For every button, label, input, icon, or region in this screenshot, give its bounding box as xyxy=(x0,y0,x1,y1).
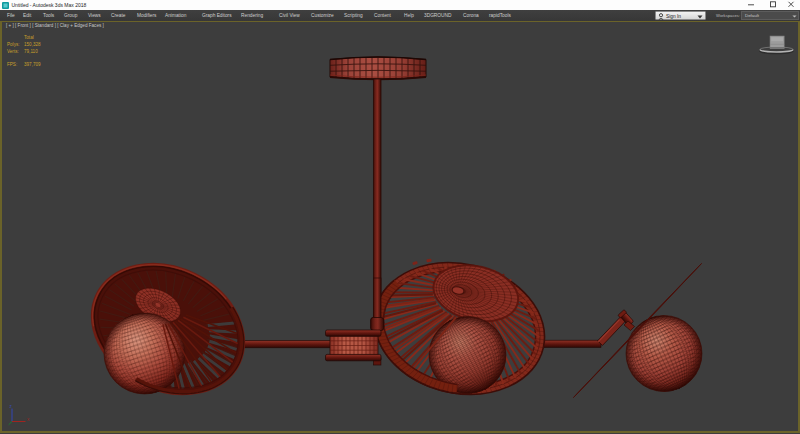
svg-text:z: z xyxy=(10,404,13,409)
svg-text:x: x xyxy=(27,417,30,422)
